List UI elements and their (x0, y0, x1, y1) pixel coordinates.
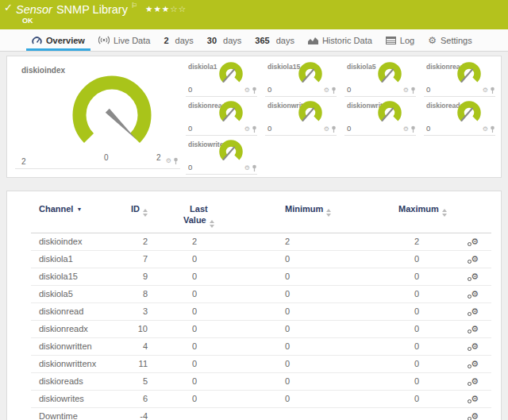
gauge-settings-icon[interactable]: ⚙ (483, 126, 488, 133)
status-check-icon: ✓ (4, 2, 13, 13)
gauge-settings-icon[interactable]: ⚙ (403, 87, 409, 94)
channel-name[interactable]: Downtime (31, 407, 122, 420)
channel-name[interactable]: diskioreads (31, 372, 122, 390)
table-row[interactable]: diskioindex 2 2 2 2 ⚙ (31, 233, 491, 250)
channel-name[interactable]: diskiowrites (31, 390, 122, 407)
channel-name[interactable]: diskiola5 (31, 285, 122, 302)
flag-icon[interactable]: ⚐ (131, 2, 137, 10)
gauge-toolbar: ⚙ (166, 157, 179, 164)
header-minimum[interactable]: Minimum (249, 202, 368, 233)
table-row[interactable]: diskionwritten 4 0 0 0 ⚙ (31, 337, 491, 355)
channel-name[interactable]: diskiola1 (31, 250, 122, 268)
mini-gauge-cell: diskioreads 0 ⚙ (424, 97, 495, 136)
channel-settings-icon[interactable]: ⚙ (471, 306, 479, 317)
tab-2-days[interactable]: 2days (164, 29, 193, 51)
table-row[interactable]: diskiola5 8 0 0 0 ⚙ (31, 285, 491, 302)
gauge-settings-icon[interactable]: ⚙ (403, 126, 409, 133)
channel-name[interactable]: diskionwritten (31, 337, 122, 355)
gauge-toolbar: ⚙ (244, 125, 257, 133)
channel-last-value: 0 (150, 250, 249, 268)
tab-live-data[interactable]: Live Data (98, 29, 150, 51)
pin-icon[interactable] (252, 87, 257, 94)
table-row[interactable]: diskiola15 9 0 0 0 ⚙ (31, 268, 491, 285)
gauges-panel: diskioindex 2 0 2 ⚙ diskiola1 0 ⚙ (6, 56, 502, 178)
sensor-name[interactable]: SNMP Library (56, 3, 128, 16)
gauge-current-value: 0 (426, 124, 430, 133)
gauge-settings-icon[interactable]: ⚙ (166, 158, 171, 164)
gauge-toolbar: ⚙ (483, 125, 495, 133)
status-badge: OK (22, 17, 33, 25)
tab-historic-data[interactable]: Historic Data (308, 29, 372, 51)
channel-settings-icon[interactable]: ⚙ (471, 324, 479, 334)
gauge-settings-icon[interactable]: ⚙ (244, 165, 250, 171)
table-row[interactable]: Downtime -4 ⚙ (31, 407, 491, 420)
channel-id: 11 (122, 355, 150, 372)
pin-icon[interactable] (331, 125, 337, 133)
channel-settings-icon[interactable]: ⚙ (471, 394, 479, 404)
gauge-needle (106, 109, 137, 140)
pin-icon[interactable] (490, 125, 495, 133)
tab-365-days[interactable]: 365days (255, 29, 294, 51)
pin-icon[interactable] (173, 157, 179, 164)
gauge-settings-icon[interactable]: ⚙ (324, 126, 329, 133)
gauge-settings-icon[interactable]: ⚙ (244, 126, 250, 133)
channel-settings-icon[interactable]: ⚙ (471, 359, 479, 369)
table-row[interactable]: diskiowrites 6 0 0 0 ⚙ (31, 390, 491, 407)
channel-id: 10 (122, 320, 150, 337)
table-row[interactable]: diskioreads 5 0 0 0 ⚙ (31, 372, 491, 390)
mini-gauge-cell: diskiola15 0 ⚙ (265, 58, 337, 97)
channel-name[interactable]: diskiola15 (31, 268, 122, 285)
header-id[interactable]: ID (122, 202, 150, 233)
gauge-current-value: 0 (188, 85, 192, 94)
channel-last-value: 0 (150, 390, 249, 407)
channel-settings-icon[interactable]: ⚙ (471, 341, 479, 352)
gauge-toolbar: ⚙ (403, 87, 416, 94)
main-gauge (48, 71, 175, 160)
channel-maximum: 0 (368, 302, 452, 320)
table-row[interactable]: diskionreadx 10 0 0 0 ⚙ (31, 320, 491, 337)
channel-settings-icon[interactable]: ⚙ (471, 254, 479, 264)
channel-name[interactable]: diskionread (31, 302, 122, 320)
gauge-toolbar: ⚙ (324, 125, 337, 133)
table-row[interactable]: diskiola1 7 0 0 0 ⚙ (31, 250, 491, 268)
header-maximum[interactable]: Maximum (368, 202, 452, 233)
channel-maximum: 0 (368, 355, 452, 372)
mini-gauge-cell: diskionread 0 ⚙ (424, 58, 495, 97)
mini-gauge-cell: diskionwrittenx 0 ⚙ (344, 97, 416, 136)
channel-settings-icon[interactable]: ⚙ (471, 376, 479, 387)
mini-gauge (374, 62, 406, 87)
channel-name[interactable]: diskionreadx (31, 320, 122, 337)
pin-icon[interactable] (410, 125, 416, 133)
channel-maximum: 0 (368, 285, 452, 302)
channel-table: Channel▼ ID Last Value Minimum Maximum (31, 202, 491, 420)
star-rating[interactable]: ★★★☆☆ (145, 4, 187, 13)
pin-icon[interactable] (490, 87, 495, 94)
channel-name[interactable]: diskioindex (31, 233, 122, 250)
pin-icon[interactable] (410, 87, 416, 94)
tab-30-days[interactable]: 30days (207, 29, 242, 51)
table-row[interactable]: diskionread 3 0 0 0 ⚙ (31, 302, 491, 320)
pin-icon[interactable] (252, 125, 257, 133)
channel-settings-icon[interactable]: ⚙ (471, 411, 479, 420)
channel-id: 2 (122, 233, 150, 250)
tab-bar: Overview Live Data 2days 30days 365days … (0, 29, 508, 52)
pin-icon[interactable] (331, 87, 337, 94)
mini-gauge (294, 62, 326, 87)
gauge-settings-icon[interactable]: ⚙ (324, 87, 329, 94)
channel-settings-icon[interactable]: ⚙ (471, 237, 479, 247)
header-channel[interactable]: Channel▼ (31, 202, 122, 233)
pin-icon[interactable] (252, 164, 257, 171)
tab-settings[interactable]: ⚙ Settings (428, 29, 472, 51)
channel-settings-icon[interactable]: ⚙ (471, 272, 479, 282)
tab-log[interactable]: Log (386, 29, 414, 51)
gauge-settings-icon[interactable]: ⚙ (244, 87, 250, 94)
channel-settings-icon[interactable]: ⚙ (471, 289, 479, 299)
table-row[interactable]: diskionwrittenx 11 0 0 0 ⚙ (31, 355, 491, 372)
channel-maximum: 0 (368, 337, 452, 355)
header-last-value[interactable]: Last Value (150, 202, 249, 233)
mini-gauge-cell: diskionwritten 0 ⚙ (265, 97, 337, 136)
gauge-scale-max: 2 (156, 153, 161, 162)
tab-overview[interactable]: Overview (32, 29, 85, 51)
gauge-settings-icon[interactable]: ⚙ (483, 87, 488, 94)
channel-name[interactable]: diskionwrittenx (31, 355, 122, 372)
